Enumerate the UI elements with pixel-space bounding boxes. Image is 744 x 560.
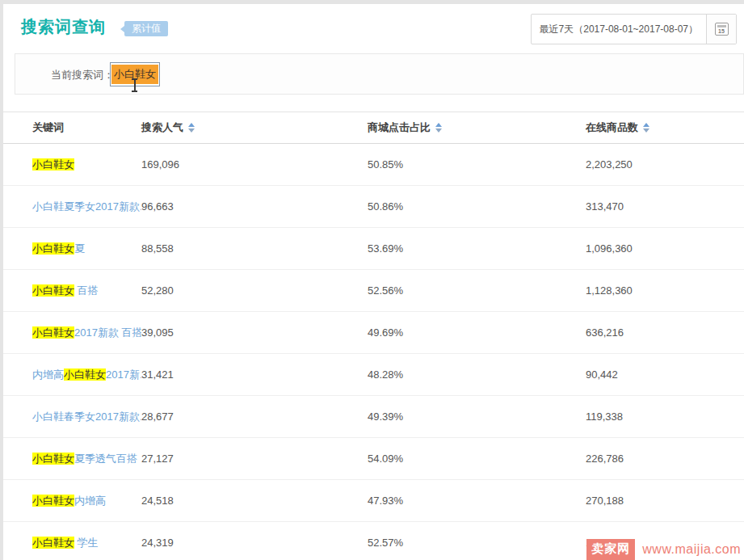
page-title: 搜索词查询: [21, 16, 106, 38]
online-products-cell: 119,338: [586, 411, 744, 423]
keyword-link[interactable]: 内增高: [74, 495, 106, 507]
online-products-cell: 2,203,250: [586, 158, 744, 171]
date-range-button[interactable]: 最近7天（2017-08-01~2017-08-07） 15: [531, 14, 737, 44]
column-header-keyword: 关键词: [32, 120, 141, 135]
mall-click-ratio-cell: 50.85%: [368, 158, 586, 171]
watermark-url: www.maijia.com: [642, 542, 741, 557]
calendar-icon[interactable]: 15: [706, 15, 736, 44]
column-header-label: 在线商品数: [586, 120, 638, 135]
keyword-link[interactable]: 夏: [74, 242, 85, 255]
online-products-cell: 1,128,360: [586, 284, 744, 297]
keyword-cell: 小白鞋女夏季透气百搭: [32, 452, 141, 466]
keyword-link[interactable]: 百搭: [74, 284, 99, 297]
online-products-cell: 1,096,360: [586, 242, 744, 255]
table-row: 小白鞋春季女2017新款... 28,677 49.39% 119,338: [0, 396, 744, 438]
search-popularity-cell: 39,095: [141, 326, 368, 339]
keyword-highlight-link[interactable]: 小白鞋女: [64, 368, 106, 381]
keyword-link[interactable]: 学生: [74, 537, 99, 549]
table-row: 小白鞋女夏 88,558 53.69% 1,096,360: [0, 228, 744, 270]
search-popularity-cell: 169,096: [141, 158, 368, 171]
current-search-panel: 当前搜索词： 小白鞋女: [15, 53, 744, 95]
watermark: 卖家网 www.maijia.com: [586, 538, 741, 560]
column-header-search-popularity: 搜索人气: [141, 120, 368, 135]
keyword-highlight-link[interactable]: 小白鞋女: [32, 158, 74, 171]
online-products-cell: 90,442: [586, 368, 744, 381]
table-row: 小白鞋夏季女2017新款... 96,663 50.86% 313,470: [0, 186, 744, 228]
keyword-highlight-link[interactable]: 小白鞋女: [32, 326, 74, 339]
table-row: 小白鞋女夏季透气百搭 27,127 54.09% 226,786: [0, 438, 744, 480]
online-products-cell: 636,216: [586, 326, 744, 339]
current-search-label: 当前搜索词：: [51, 68, 114, 82]
keyword-cell: 小白鞋春季女2017新款...: [32, 410, 141, 424]
table-header-row: 关键词 搜索人气 商城点击占比 在线商品数: [0, 112, 744, 144]
table-row: 小白鞋女 百搭 52,280 52.56% 1,128,360: [0, 270, 744, 312]
search-popularity-cell: 96,663: [141, 200, 368, 213]
column-header-label: 商城点击占比: [368, 120, 431, 135]
table-row: 小白鞋女 169,096 50.85% 2,203,250: [0, 144, 744, 186]
keyword-highlight-link[interactable]: 小白鞋女: [32, 453, 74, 465]
text-cursor-icon: [131, 78, 138, 92]
mall-click-ratio-cell: 52.57%: [368, 537, 586, 549]
table-body: 小白鞋女 169,096 50.85% 2,203,250 小白鞋夏季女2017…: [0, 144, 744, 560]
keyword-link[interactable]: 小白鞋夏季女2017新款...: [32, 200, 141, 213]
keyword-cell: 小白鞋女 学生: [32, 536, 141, 550]
keyword-highlight-link[interactable]: 小白鞋女: [32, 242, 74, 255]
date-range-text: 最近7天（2017-08-01~2017-08-07）: [532, 15, 706, 44]
keyword-cell: 小白鞋女内增高: [32, 494, 141, 508]
search-popularity-cell: 28,677: [141, 411, 368, 423]
table-row: 小白鞋女内增高 24,518 47.93% 270,188: [0, 480, 744, 522]
sort-icon[interactable]: [643, 123, 649, 133]
keyword-cell: 小白鞋女: [32, 158, 141, 172]
search-popularity-cell: 27,127: [141, 453, 368, 465]
keyword-link[interactable]: 小白鞋春季女2017新款...: [32, 411, 141, 423]
mall-click-ratio-cell: 53.69%: [368, 242, 586, 255]
screen-edge-left: [0, 0, 3, 560]
keyword-highlight-link[interactable]: 小白鞋女: [32, 537, 74, 549]
mall-click-ratio-cell: 48.28%: [368, 368, 586, 381]
mall-click-ratio-cell: 50.86%: [368, 200, 586, 213]
column-header-online-products: 在线商品数: [586, 120, 744, 135]
column-header-mall-click-ratio: 商城点击占比: [368, 120, 586, 135]
keyword-cell: 小白鞋女 百搭: [32, 284, 141, 298]
keyword-highlight-link[interactable]: 小白鞋女: [32, 284, 74, 297]
keyword-cell: 小白鞋女2017新款 百搭...: [32, 326, 141, 340]
mall-click-ratio-cell: 49.69%: [368, 326, 586, 339]
column-header-label: 关键词: [32, 120, 64, 135]
table-row: 内增高小白鞋女2017新... 31,421 48.28% 90,442: [0, 354, 744, 396]
screen-edge-top: [0, 0, 744, 4]
search-popularity-cell: 88,558: [141, 242, 368, 255]
online-products-cell: 226,786: [586, 453, 744, 465]
search-popularity-cell: 24,518: [141, 495, 368, 507]
sort-icon[interactable]: [188, 123, 195, 133]
search-popularity-cell: 31,421: [141, 368, 368, 381]
mall-click-ratio-cell: 52.56%: [368, 284, 586, 297]
online-products-cell: 270,188: [586, 495, 744, 507]
keyword-link[interactable]: 内增高: [32, 368, 64, 381]
keyword-cell: 内增高小白鞋女2017新...: [32, 368, 141, 382]
keyword-cell: 小白鞋女夏: [32, 242, 141, 256]
cumulative-value-badge: 累计值: [124, 21, 168, 36]
keyword-cell: 小白鞋夏季女2017新款...: [32, 200, 141, 214]
sort-icon[interactable]: [435, 123, 442, 133]
keyword-link[interactable]: 2017新...: [106, 368, 141, 381]
mall-click-ratio-cell: 54.09%: [368, 453, 586, 465]
keyword-link[interactable]: 2017新款 百搭...: [74, 326, 141, 339]
table-row: 小白鞋女2017新款 百搭... 39,095 49.69% 636,216: [0, 312, 744, 354]
mall-click-ratio-cell: 47.93%: [368, 495, 586, 507]
mall-click-ratio-cell: 49.39%: [368, 411, 586, 423]
calendar-glyph: 15: [715, 23, 729, 36]
keywords-table: 关键词 搜索人气 商城点击占比 在线商品数 小白鞋女 169,096 50.85…: [0, 112, 744, 560]
online-products-cell: 313,470: [586, 200, 744, 213]
search-popularity-cell: 52,280: [141, 284, 368, 297]
search-popularity-cell: 24,319: [141, 537, 368, 549]
keyword-highlight-link[interactable]: 小白鞋女: [32, 495, 74, 507]
column-header-label: 搜索人气: [141, 120, 183, 135]
watermark-brand: 卖家网: [586, 539, 635, 560]
keyword-link[interactable]: 夏季透气百搭: [74, 453, 137, 465]
